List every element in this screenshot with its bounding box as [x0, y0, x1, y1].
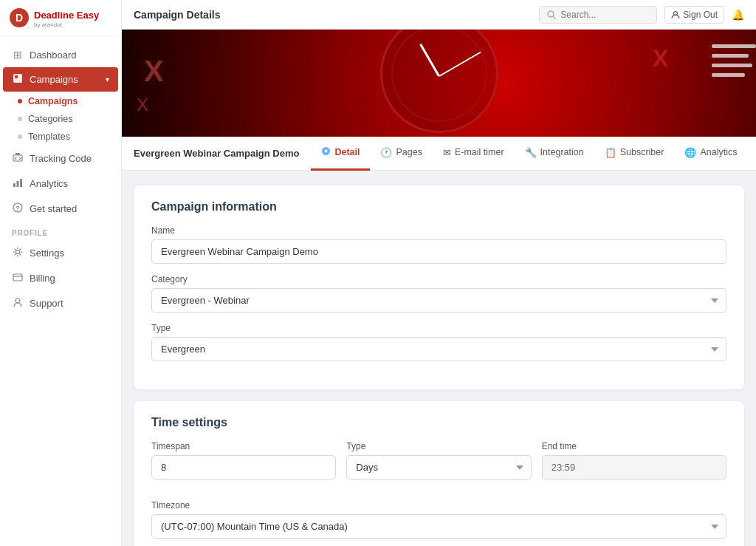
- tab-subscriber[interactable]: 📋 Subscriber: [594, 137, 675, 171]
- name-field-group: Name: [151, 225, 726, 264]
- time-settings-card: Time settings Timespan Type Days Hours M…: [134, 401, 744, 546]
- sidebar-item-label: Get started: [30, 203, 77, 214]
- sidebar-item-categories[interactable]: Categories: [9, 110, 121, 128]
- time-type-label: Type: [346, 441, 531, 451]
- svg-point-22: [325, 150, 328, 153]
- tab-pages[interactable]: 🕐 Pages: [370, 137, 432, 171]
- sidebar-item-settings[interactable]: Settings: [3, 241, 118, 265]
- subscriber-icon: 📋: [605, 147, 616, 158]
- sidebar-item-label: Tracking Code: [30, 153, 92, 164]
- time-grid: Timespan Type Days Hours Minutes End tim…: [151, 441, 726, 490]
- end-time-input[interactable]: [542, 455, 726, 480]
- category-select[interactable]: Evergreen - Webinar Evergreen - Product …: [151, 288, 726, 313]
- app-sub: by arandot: [34, 21, 99, 28]
- type-label: Type: [151, 323, 726, 333]
- dot-icon: [18, 134, 22, 139]
- tab-detail[interactable]: Detail: [311, 137, 370, 171]
- tab-label: Pages: [396, 147, 422, 157]
- svg-rect-7: [17, 181, 19, 187]
- tab-label: Analytics: [700, 147, 737, 157]
- svg-point-11: [16, 250, 20, 254]
- tab-integration[interactable]: 🔧 Integration: [515, 137, 594, 171]
- sidebar-item-analytics[interactable]: Analytics: [3, 171, 118, 196]
- search-box[interactable]: [539, 6, 657, 24]
- settings-icon: [12, 247, 24, 259]
- sub-item-label: Templates: [28, 132, 70, 142]
- category-field-group: Category Evergreen - Webinar Evergreen -…: [151, 274, 726, 313]
- campaign-name: Evergreen Webinar Campaign Demo: [134, 148, 299, 159]
- timezone-select[interactable]: (UTC-07:00) Mountain Time (US & Canada) …: [151, 514, 726, 539]
- end-time-label: End time: [542, 441, 726, 451]
- dot-icon: [18, 99, 22, 103]
- svg-text:X: X: [653, 45, 669, 72]
- campaigns-sub-nav: Campaigns Categories Templates: [0, 92, 121, 146]
- sidebar: D Deadline Easy by arandot ⊞ Dashboard C…: [0, 0, 122, 546]
- tab-analytics[interactable]: 🌐 Analytics: [674, 137, 747, 171]
- content-area: Campaign information Name Category Everg…: [122, 171, 756, 546]
- support-icon: [12, 297, 24, 310]
- timezone-label: Timezone: [151, 500, 726, 511]
- svg-point-14: [16, 298, 20, 303]
- svg-text:X: X: [144, 55, 164, 87]
- svg-rect-12: [13, 274, 22, 281]
- svg-rect-2: [13, 74, 22, 83]
- svg-rect-6: [13, 183, 16, 187]
- decorative-lines: [712, 44, 756, 77]
- campaign-info-title: Campaign information: [151, 200, 726, 214]
- dot-icon: [18, 117, 22, 121]
- analytics-icon: [12, 177, 24, 190]
- timezone-field-group: Timezone (UTC-07:00) Mountain Time (US &…: [151, 500, 726, 539]
- tab-label: Subscriber: [620, 147, 664, 157]
- pages-icon: 🕐: [380, 147, 392, 158]
- analytics-tab-icon: 🌐: [684, 147, 696, 158]
- sidebar-item-get-started[interactable]: ? Get started: [3, 197, 118, 221]
- help-icon: ?: [12, 202, 24, 215]
- user-icon: [671, 10, 680, 19]
- page-title: Campaign Details: [134, 9, 220, 21]
- sidebar-item-support[interactable]: Support: [3, 291, 118, 315]
- sub-item-label: Categories: [28, 114, 72, 124]
- sidebar-item-tracking-code[interactable]: Tracking Code: [3, 146, 118, 171]
- profile-section-label: PROFILE: [0, 222, 121, 240]
- app-logo: D Deadline Easy by arandot: [0, 0, 121, 36]
- campaign-info-card: Campaign information Name Category Everg…: [134, 185, 744, 389]
- svg-rect-3: [15, 75, 18, 78]
- clock-numerals-left: X X: [137, 44, 196, 118]
- end-time-field-group: End time: [542, 441, 726, 480]
- sidebar-item-templates[interactable]: Templates: [9, 128, 121, 146]
- notification-bell-icon[interactable]: 🔔: [732, 9, 744, 21]
- search-input[interactable]: [560, 10, 649, 20]
- sidebar-navigation: ⊞ Dashboard Campaigns ▾ Campaigns Catego…: [0, 36, 121, 546]
- sidebar-item-dashboard[interactable]: ⊞ Dashboard: [3, 43, 118, 66]
- campaigns-icon: [12, 73, 24, 86]
- sidebar-item-campaigns-list[interactable]: Campaigns: [9, 92, 121, 110]
- svg-rect-8: [20, 179, 22, 187]
- sidebar-item-campaigns[interactable]: Campaigns ▾: [3, 67, 118, 92]
- sidebar-item-billing[interactable]: Billing: [3, 266, 118, 290]
- logo-icon: D: [9, 7, 30, 28]
- clock-numerals-right: X: [653, 37, 697, 96]
- tab-email-timer[interactable]: ✉ E-mail timer: [433, 137, 515, 171]
- sign-out-button[interactable]: Sign Out: [664, 6, 724, 24]
- timespan-input[interactable]: [151, 455, 336, 480]
- campaign-banner: X X X: [122, 30, 756, 137]
- type-select[interactable]: Evergreen Fixed Date Recurring: [151, 337, 726, 361]
- topbar-right: Sign Out 🔔: [539, 6, 744, 24]
- main-content: Campaign Details Sign Out 🔔: [122, 0, 756, 546]
- campaigns-label: Campaigns: [30, 74, 78, 85]
- tab-label: Integration: [540, 147, 584, 157]
- sidebar-item-label: Analytics: [30, 178, 68, 189]
- svg-text:D: D: [16, 12, 23, 24]
- time-settings-title: Time settings: [151, 416, 726, 429]
- time-type-field-group: Type Days Hours Minutes: [346, 441, 531, 480]
- detail-icon: [321, 146, 331, 158]
- sidebar-item-label: Billing: [30, 273, 55, 284]
- campaign-tabbar: Evergreen Webinar Campaign Demo Detail 🕐…: [122, 137, 756, 171]
- campaign-name-input[interactable]: [151, 239, 726, 264]
- clock-decoration: X X X: [122, 30, 756, 137]
- time-type-select[interactable]: Days Hours Minutes: [346, 455, 531, 480]
- name-label: Name: [151, 225, 726, 236]
- page-content: X X X Evergreen Webinar Campaign Demo: [122, 30, 756, 546]
- search-icon: [547, 10, 556, 19]
- chevron-down-icon: ▾: [106, 75, 109, 83]
